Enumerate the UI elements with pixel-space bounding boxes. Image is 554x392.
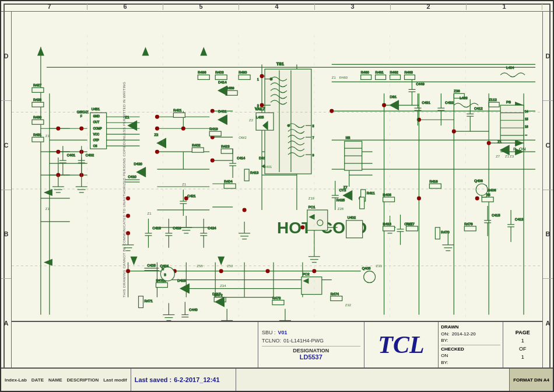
- svg-text:1: 1: [257, 78, 259, 81]
- svg-text:OW2: OW2: [239, 136, 247, 139]
- svg-text:15: 15: [525, 117, 528, 121]
- svg-text:Z7: Z7: [343, 186, 348, 189]
- col-labels-top: 7 6 5 4 3 2 1: [1, 1, 553, 12]
- row-label-a: A: [1, 279, 11, 368]
- svg-point-83: [211, 109, 215, 113]
- svg-rect-205: [239, 75, 250, 79]
- svg-text:R425: R425: [336, 198, 345, 202]
- svg-rect-414: [390, 75, 401, 79]
- svg-rect-191: [383, 197, 395, 202]
- col-label-2: 2: [391, 3, 467, 10]
- svg-marker-171: [131, 257, 138, 265]
- svg-rect-412: [376, 75, 386, 79]
- svg-text:Z1: Z1: [45, 134, 50, 138]
- title-sbu-section: SBU : V01 TCLNO: 01-L141H4-PWG DESIGNATI…: [258, 322, 364, 368]
- svg-point-108: [126, 196, 130, 200]
- sbu-label: SBU :: [262, 330, 276, 335]
- svg-text:R413: R413: [250, 171, 259, 174]
- svg-text:R404: R404: [224, 180, 233, 183]
- svg-point-99: [219, 269, 223, 273]
- col-label-4: 4: [239, 3, 315, 10]
- svg-point-115: [417, 196, 421, 200]
- svg-point-86: [260, 74, 264, 78]
- svg-point-81: [155, 150, 159, 154]
- svg-rect-195: [482, 197, 493, 202]
- svg-text:TS1: TS1: [276, 62, 284, 66]
- svg-rect-197: [383, 226, 395, 231]
- svg-text:Z36: Z36: [454, 89, 460, 93]
- svg-text:Q405: Q405: [362, 267, 371, 270]
- svg-rect-193: [429, 184, 441, 188]
- svg-point-102: [56, 127, 60, 131]
- of-label: OF: [519, 346, 527, 352]
- svg-text:Z2: Z2: [154, 133, 159, 136]
- svg-text:R419: R419: [209, 127, 218, 131]
- col-label-7: 7: [12, 3, 87, 10]
- tclno-label: TCLNO:: [262, 338, 281, 344]
- name-label: NAME: [48, 377, 62, 383]
- svg-rect-225: [272, 300, 284, 305]
- svg-marker-170: [44, 259, 52, 266]
- svg-text:Q406: Q406: [474, 179, 483, 183]
- svg-text:R462: R462: [390, 71, 399, 74]
- row-label-c: C: [1, 101, 11, 190]
- svg-rect-221: [139, 296, 143, 308]
- svg-text:C424: C424: [208, 226, 216, 230]
- svg-marker-161: [37, 47, 44, 56]
- svg-text:R405: R405: [383, 193, 392, 197]
- svg-text:GND: GND: [93, 114, 100, 118]
- svg-marker-169: [44, 189, 52, 196]
- svg-text:R473: R473: [272, 296, 281, 300]
- row-label-b: B: [1, 190, 11, 279]
- svg-text:D417: D417: [212, 292, 221, 296]
- svg-text:C417: C417: [405, 222, 413, 226]
- svg-rect-207: [198, 75, 209, 79]
- svg-text:C449: C449: [416, 82, 425, 86]
- svg-rect-215: [226, 90, 237, 95]
- drawn-on: ON: 2014-12-20: [441, 331, 500, 337]
- svg-rect-213: [173, 113, 185, 117]
- svg-text:L404: L404: [506, 66, 514, 69]
- bottom-spacer: [236, 369, 510, 391]
- svg-text:9: 9: [313, 153, 314, 157]
- svg-rect-201: [435, 228, 440, 239]
- svg-point-90: [329, 109, 334, 113]
- svg-text:C401: C401: [67, 153, 76, 157]
- date-label: DATE: [31, 377, 44, 383]
- svg-text:Z1: Z1: [505, 155, 510, 158]
- svg-text:Z3: Z3: [510, 155, 514, 158]
- col-label-6: 6: [87, 3, 163, 10]
- page-value: 1: [521, 338, 524, 344]
- svg-text:...: ...: [525, 132, 527, 136]
- svg-rect-341: [90, 113, 107, 149]
- row-labels-right: D C B A: [542, 12, 553, 368]
- svg-point-358: [287, 124, 290, 127]
- svg-point-96: [487, 141, 491, 145]
- of-value: 1: [521, 354, 524, 360]
- svg-text:R471: R471: [144, 299, 153, 303]
- row-label-d: D: [1, 12, 11, 101]
- designation-label-text: DESIGNATION: [262, 346, 360, 354]
- format-label: FORMAT DIN A4: [509, 369, 553, 391]
- svg-text:C418: C418: [152, 226, 161, 230]
- svg-text:R416: R416: [429, 180, 438, 183]
- svg-text:Z19: Z19: [308, 197, 315, 200]
- title-left-empty: [12, 322, 258, 368]
- svg-rect-175: [32, 102, 44, 107]
- svg-text:Z32: Z32: [345, 303, 352, 307]
- svg-text:D401: D401: [218, 110, 227, 113]
- sbu-value: V01: [278, 330, 287, 335]
- svg-text:R418: R418: [383, 222, 392, 226]
- svg-text:R401: R401: [264, 165, 272, 169]
- svg-point-113: [300, 225, 304, 229]
- svg-text:R490: R490: [239, 71, 247, 74]
- svg-point-109: [126, 214, 130, 218]
- svg-text:C412: C412: [474, 107, 483, 110]
- svg-text:R427: R427: [33, 83, 42, 87]
- svg-text:COMP: COMP: [93, 127, 103, 130]
- designation-value: LD5537: [262, 354, 360, 360]
- svg-marker-316: [218, 115, 227, 124]
- svg-rect-227: [331, 296, 342, 301]
- svg-point-400: [364, 271, 376, 283]
- svg-marker-172: [218, 257, 225, 265]
